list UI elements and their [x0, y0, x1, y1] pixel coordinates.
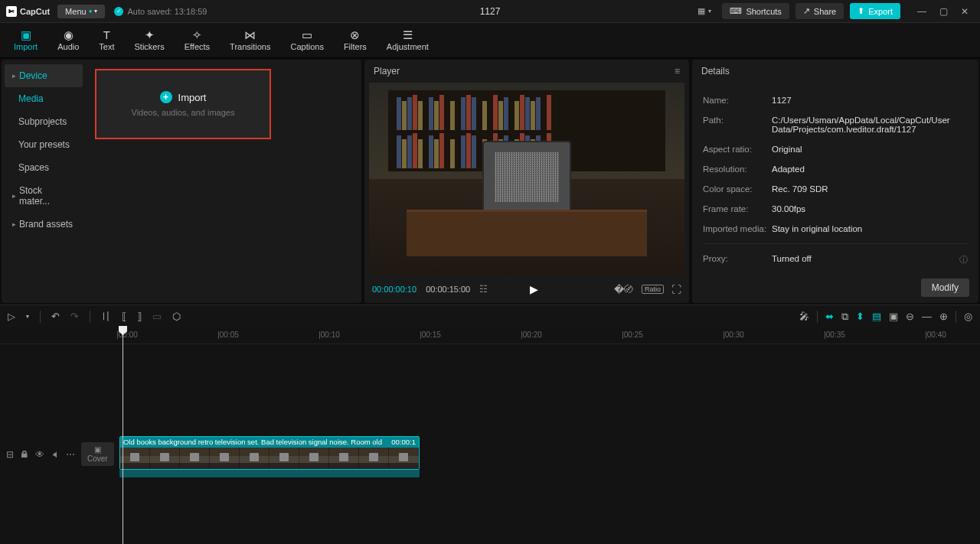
chevron-right-icon: ▸: [12, 220, 16, 228]
player-menu-icon[interactable]: ≡: [675, 66, 680, 77]
timeline[interactable]: |00:00 |00:05 |00:10 |00:15 |00:20 |00:2…: [0, 327, 980, 544]
ruler-tick: |00:30: [723, 331, 744, 339]
tab-adjustment[interactable]: ☰Adjustment: [377, 26, 438, 54]
mic-button[interactable]: 🎤︎: [799, 311, 809, 322]
track-controls: ⊟ 🔒︎ 👁 🔈︎ ⋯ ▣ Cover: [0, 442, 84, 466]
audio-icon: ◉: [64, 29, 74, 41]
sidebar-item-brand[interactable]: ▸Brand assets: [5, 213, 83, 236]
zoom-fit-button[interactable]: ◎: [964, 311, 972, 322]
chevron-right-icon: ▸: [12, 192, 16, 200]
snap-toggle[interactable]: ⬌: [825, 311, 834, 322]
import-dropzone[interactable]: + Import Videos, audios, and images: [95, 69, 271, 139]
link-toggle[interactable]: ⧉: [841, 311, 848, 323]
detail-key-proxy: Proxy:: [703, 254, 772, 265]
details-title: Details: [701, 66, 730, 77]
close-button[interactable]: ✕: [956, 4, 974, 19]
cover-button[interactable]: ▣ Cover: [81, 442, 114, 466]
tab-import[interactable]: ▣Import: [5, 26, 47, 54]
sidebar-item-presets[interactable]: Your presets: [5, 133, 83, 156]
plus-icon: +: [160, 91, 172, 103]
shortcuts-button[interactable]: ⌨ Shortcuts: [722, 3, 789, 19]
magnet-toggle[interactable]: ⬍: [856, 311, 864, 322]
project-title: 1127: [480, 6, 501, 17]
detail-val-res: Adapted: [772, 165, 968, 174]
ruler-tick: |00:20: [521, 331, 542, 339]
sidebar-item-spaces[interactable]: Spaces: [5, 156, 83, 179]
layout-indicator[interactable]: ▦▾: [697, 6, 711, 16]
maximize-button[interactable]: ▢: [934, 4, 952, 19]
lock-icon[interactable]: 🔒︎: [20, 449, 29, 460]
delete-tool[interactable]: ▭: [152, 311, 162, 322]
list-icon[interactable]: ☷: [479, 284, 488, 295]
menu-button[interactable]: Menu●▾: [57, 5, 105, 18]
logo-icon: ✄: [6, 6, 17, 17]
timeline-clip[interactable]: Old books background retro television se…: [119, 436, 420, 470]
tab-captions[interactable]: ▭Captions: [281, 26, 332, 54]
player-controls: 00:00:00:10 00:00:15:00 ☷ ▶ �〄 Ratio ⛶: [364, 275, 689, 303]
sidebar-item-subprojects[interactable]: Subprojects: [5, 110, 83, 133]
sidebar-item-media[interactable]: Media: [5, 87, 83, 110]
autosave-status: ✓ Auto saved: 13:18:59: [114, 7, 207, 16]
detail-key-path: Path:: [703, 116, 772, 134]
effects-icon: ✧: [192, 29, 202, 41]
split-tool[interactable]: 〢: [101, 310, 111, 324]
detail-val-colorspace: Rec. 709 SDR: [772, 184, 968, 194]
detail-val-proxy: Turned off: [772, 254, 959, 265]
titlebar: ✄ CapCut Menu●▾ ✓ Auto saved: 13:18:59 1…: [0, 0, 980, 23]
import-icon: ▣: [21, 29, 31, 41]
details-panel: Name:1127 Path:C:/Users/Usman/AppData/Lo…: [692, 83, 978, 272]
detail-key-res: Resolution:: [703, 165, 772, 174]
stickers-icon: ✦: [145, 29, 155, 41]
audio-track[interactable]: [119, 470, 420, 477]
player-preview[interactable]: [369, 83, 684, 275]
detail-key-name: Name:: [703, 96, 772, 105]
ratio-button[interactable]: Ratio: [642, 285, 664, 294]
text-icon: T: [103, 29, 110, 41]
sidebar-item-stock[interactable]: ▸Stock mater...: [5, 179, 83, 213]
playhead[interactable]: [122, 327, 123, 544]
scan-icon[interactable]: �〄: [614, 284, 634, 295]
minimize-button[interactable]: —: [913, 4, 931, 19]
pointer-tool[interactable]: ▷: [8, 311, 15, 322]
app-name: CapCut: [20, 7, 50, 16]
zoom-in-button[interactable]: ⊕: [939, 311, 948, 322]
mute-icon[interactable]: 🔈︎: [51, 449, 60, 460]
filters-icon: ⊗: [350, 29, 360, 41]
tab-filters[interactable]: ⊗Filters: [335, 26, 376, 54]
detail-val-framerate: 30.00fps: [772, 204, 968, 213]
visibility-icon[interactable]: 👁: [35, 449, 44, 460]
detail-key-framerate: Frame rate:: [703, 204, 772, 213]
undo-button[interactable]: ↶: [51, 311, 60, 322]
crop-toggle[interactable]: ▣: [889, 311, 898, 322]
preview-toggle[interactable]: ▤: [872, 311, 881, 322]
more-icon[interactable]: ⋯: [66, 449, 75, 460]
tab-stickers[interactable]: ✦Stickers: [126, 26, 174, 54]
app-logo: ✄ CapCut: [6, 6, 50, 17]
info-icon[interactable]: ⓘ: [959, 254, 968, 265]
split-left-tool[interactable]: ⟦: [122, 311, 126, 322]
ruler-tick: |00:25: [622, 331, 643, 339]
export-button[interactable]: ⬆ Export: [850, 3, 900, 19]
timeline-ruler[interactable]: |00:00 |00:05 |00:10 |00:15 |00:20 |00:2…: [0, 327, 980, 344]
split-right-tool[interactable]: ⟧: [137, 311, 142, 322]
detail-val-path: C:/Users/Usman/AppData/Local/CapCut/User…: [772, 116, 968, 134]
tab-audio[interactable]: ◉Audio: [48, 26, 88, 54]
sidebar-item-device[interactable]: ▸Device: [5, 64, 83, 87]
tab-transitions[interactable]: ⋈Transitions: [220, 26, 279, 54]
tab-text[interactable]: TText: [90, 26, 123, 54]
fullscreen-icon[interactable]: ⛶: [671, 284, 681, 295]
marker-tool[interactable]: ⬡: [172, 311, 181, 322]
transitions-icon: ⋈: [244, 29, 256, 41]
collapse-icon[interactable]: ⊟: [6, 449, 14, 460]
pointer-dropdown[interactable]: ▾: [26, 313, 29, 320]
ruler-tick: |00:35: [824, 331, 845, 339]
zoom-slider[interactable]: —: [922, 311, 932, 322]
modify-button[interactable]: Modify: [921, 279, 969, 297]
import-subtext: Videos, audios, and images: [132, 108, 235, 117]
zoom-out-button[interactable]: ⊖: [906, 311, 914, 322]
ruler-tick: |00:15: [420, 331, 441, 339]
tab-effects[interactable]: ✧Effects: [175, 26, 219, 54]
play-button[interactable]: ▶: [530, 283, 538, 295]
share-button[interactable]: ↗ Share: [795, 3, 844, 19]
redo-button[interactable]: ↷: [70, 311, 79, 322]
